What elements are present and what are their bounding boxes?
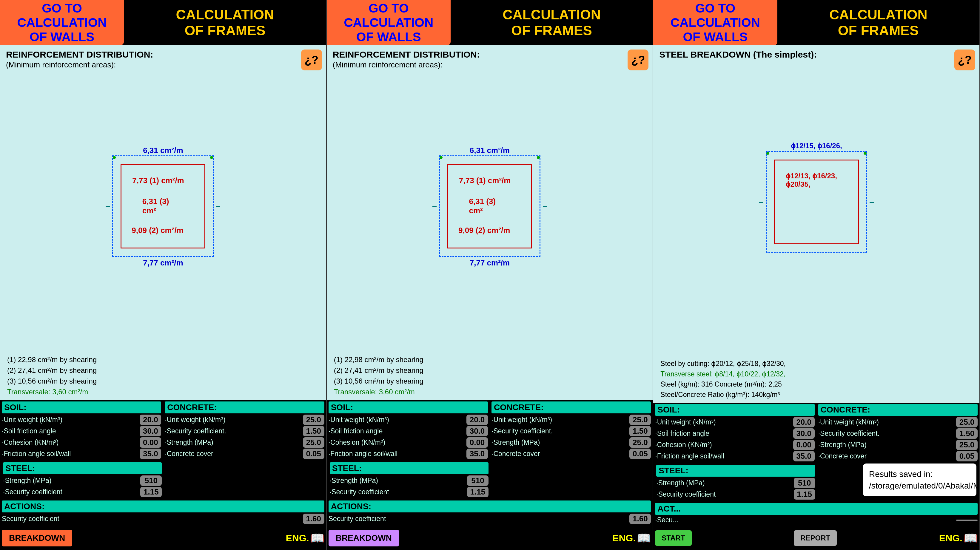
eng-label-2[interactable]: ENG. bbox=[612, 533, 636, 544]
steel-value-1-1[interactable]: 1.15 bbox=[140, 487, 162, 497]
steel-col-3: STEEL: ·Strength (MPa) 510 ·Security coe… bbox=[655, 464, 816, 502]
report-button-3[interactable]: REPORT bbox=[794, 530, 837, 546]
header-3: Go to CALCULATIONOF WALLS CALCULATIONOF … bbox=[653, 0, 979, 45]
soil-value-1-1[interactable]: 30.0 bbox=[140, 426, 161, 436]
soil-value-0-1[interactable]: 20.0 bbox=[140, 415, 161, 425]
breakdown-button-1[interactable]: BREAKDOWN bbox=[2, 530, 72, 547]
params-row-2: SOIL: ·Unit weight (kN/m³) 20.0 ·Soil fr… bbox=[327, 400, 653, 461]
header-1: Go to CALCULATIONOF WALLS CALCULATIONOF … bbox=[0, 0, 326, 45]
concrete-value-0-1[interactable]: 25.0 bbox=[303, 415, 325, 425]
panel-2: Go to CALCULATIONOF WALLS CALCULATIONOF … bbox=[327, 0, 654, 550]
soil-value-2-1[interactable]: 0.00 bbox=[140, 437, 161, 448]
goto-walls-btn-2[interactable]: Go to CALCULATIONOF WALLS bbox=[327, 0, 450, 45]
book-icon-2[interactable]: 📖 bbox=[637, 531, 651, 545]
goto-walls-label-1: Go to CALCULATIONOF WALLS bbox=[3, 1, 121, 45]
goto-walls-btn-3[interactable]: Go to CALCULATIONOF WALLS bbox=[653, 0, 777, 45]
calc-frames-label-1: CALCULATIONOF FRAMES bbox=[124, 0, 326, 45]
soil-value-2-2[interactable]: 0.00 bbox=[466, 437, 488, 448]
goto-walls-label-2: Go to CALCULATIONOF WALLS bbox=[330, 1, 448, 45]
concrete-value-3-3[interactable]: 0.05 bbox=[956, 451, 978, 461]
help-button-1[interactable]: ¿? bbox=[301, 49, 322, 70]
actions-param-0-1: Security coefficient 1.60 bbox=[2, 513, 325, 524]
actions-value-0-1[interactable]: 1.60 bbox=[303, 513, 325, 524]
soil-label-3-3: ·Friction angle soil/wall bbox=[655, 452, 793, 460]
soil-value-3-3[interactable]: 35.0 bbox=[793, 451, 815, 461]
steel-value-0-1[interactable]: 510 bbox=[140, 475, 162, 486]
label-inner-bottom-1: 9,09 (2) cm²/m bbox=[132, 226, 183, 235]
soil-value-2-3[interactable]: 0.00 bbox=[793, 440, 815, 450]
section-title-1: REINFORCEMENT DISTRIBUTION: bbox=[6, 49, 320, 60]
concrete-value-2-3[interactable]: 25.0 bbox=[956, 440, 978, 450]
steel-notes-3: Steel by cutting: ϕ20/12, ϕ25/18, ϕ32/30… bbox=[659, 359, 974, 400]
note-line-4: Transversale: 3,60 cm²/m bbox=[7, 386, 319, 397]
goto-walls-label-3: Go to CALCULATIONOF WALLS bbox=[656, 1, 774, 45]
actions-header-3: ACT... bbox=[655, 503, 978, 515]
soil-param-2-1: ·Cohesion (KN/m²) 0.00 bbox=[2, 437, 161, 448]
soil-label-0-2: ·Unit weight (kN/m³) bbox=[329, 416, 466, 424]
concrete-value-1-2[interactable]: 1.50 bbox=[629, 426, 651, 436]
notes-1: (1) 22,98 cm²/m by shearing (2) 27,41 cm… bbox=[6, 354, 320, 397]
concrete-value-1-1[interactable]: 1.50 bbox=[303, 426, 325, 436]
soil-value-1-2[interactable]: 30.0 bbox=[466, 426, 488, 436]
label-bottom-2: 7,77 cm²/m bbox=[470, 258, 510, 267]
soil-label-1-1: ·Soil friction angle bbox=[2, 427, 140, 435]
concrete-param-2-1: ·Strength (MPa) 25.0 bbox=[165, 437, 324, 448]
steel-label-0-3: ·Strength (MPa) bbox=[656, 479, 794, 487]
concrete-value-3-2[interactable]: 0.05 bbox=[629, 448, 651, 459]
soil-col-2: SOIL: ·Unit weight (kN/m³) 20.0 ·Soil fr… bbox=[327, 400, 490, 461]
book-icon-1[interactable]: 📖 bbox=[310, 531, 325, 545]
frame-inner-1: 7,73 (1) cm²/m 6,31 (3) cm² 9,09 (2) cm²… bbox=[121, 164, 205, 248]
help-button-2[interactable]: ¿? bbox=[628, 49, 649, 70]
soil-label-3-2: ·Friction angle soil/wall bbox=[329, 450, 466, 458]
steel-value-0-2[interactable]: 510 bbox=[467, 475, 488, 486]
actions-value-0-3[interactable] bbox=[956, 520, 978, 521]
params-row-3: SOIL: ·Unit weight (kN/m³) 20.0 ·Soil fr… bbox=[653, 403, 979, 464]
soil-value-0-2[interactable]: 20.0 bbox=[466, 415, 488, 425]
concrete-value-0-2[interactable]: 25.0 bbox=[629, 415, 651, 425]
concrete-col-3: CONCRETE: ·Unit weight (kN/m³) 25.0 ·Sec… bbox=[816, 403, 979, 464]
steel-param-1-1: ·Security coefficient 1.15 bbox=[3, 487, 162, 497]
note-line2-2: (2) 27,41 cm²/m by shearing bbox=[334, 365, 646, 376]
concrete-label-2-1: ·Strength (MPa) bbox=[165, 439, 302, 447]
steel-header-1: STEEL: bbox=[3, 462, 162, 474]
section-subtitle-1: (Minimum reinforcement areas): bbox=[6, 60, 320, 70]
steel-label-0-2: ·Strength (MPa) bbox=[330, 477, 467, 485]
tooltip-text: Results saved in:/storage/emulated/0/Aba… bbox=[869, 469, 980, 490]
soil-value-0-3[interactable]: 20.0 bbox=[793, 417, 815, 428]
steel-note-1: Steel by cutting: ϕ20/12, ϕ25/18, ϕ32/30… bbox=[660, 359, 972, 369]
goto-walls-btn-1[interactable]: Go to CALCULATIONOF WALLS bbox=[0, 0, 124, 45]
soil-value-1-3[interactable]: 30.0 bbox=[793, 428, 815, 439]
soil-header-3: SOIL: bbox=[655, 404, 815, 416]
soil-value-3-2[interactable]: 35.0 bbox=[466, 448, 488, 459]
actions-header-1: ACTIONS: bbox=[2, 501, 325, 512]
concrete-value-3-1[interactable]: 0.05 bbox=[303, 448, 325, 459]
start-button-3[interactable]: START bbox=[655, 530, 691, 546]
concrete-param-1-1: ·Security coefficient. 1.50 bbox=[165, 426, 324, 436]
note-line2-1: (1) 22,98 cm²/m by shearing bbox=[334, 354, 646, 365]
steel-value-0-3[interactable]: 510 bbox=[794, 478, 815, 488]
soil-col-1: SOIL: ·Unit weight (kN/m³) 20.0 ·Soil fr… bbox=[0, 400, 163, 461]
tick-right-1 bbox=[216, 206, 220, 207]
eng-label-3[interactable]: ENG. bbox=[939, 533, 963, 544]
frame-diagram-1: 7,73 (1) cm²/m 6,31 (3) cm² 9,09 (2) cm²… bbox=[112, 156, 214, 257]
concrete-value-1-3[interactable]: 1.50 bbox=[956, 428, 978, 439]
eng-label-1[interactable]: ENG. bbox=[286, 533, 309, 544]
calc-frames-text-3: CALCULATIONOF FRAMES bbox=[829, 7, 928, 38]
concrete-param-0-1: ·Unit weight (kN/m³) 25.0 bbox=[165, 415, 324, 425]
content-1: REINFORCEMENT DISTRIBUTION: (Minimum rei… bbox=[0, 45, 326, 400]
soil-label-2-1: ·Cohesion (KN/m²) bbox=[2, 439, 140, 447]
concrete-value-2-2[interactable]: 25.0 bbox=[629, 437, 651, 448]
actions-value-0-2[interactable]: 1.60 bbox=[629, 513, 651, 524]
steel-value-1-3[interactable]: 1.15 bbox=[794, 489, 815, 499]
soil-label-2-2: ·Cohesion (KN/m²) bbox=[329, 439, 466, 447]
concrete-value-0-3[interactable]: 25.0 bbox=[956, 417, 978, 428]
soil-value-3-1[interactable]: 35.0 bbox=[140, 448, 161, 459]
steel-value-1-2[interactable]: 1.15 bbox=[467, 487, 488, 497]
book-icon-3[interactable]: 📖 bbox=[964, 531, 978, 545]
concrete-value-2-1[interactable]: 25.0 bbox=[303, 437, 325, 448]
actions-row-1: ACTIONS: Security coefficient 1.60 bbox=[0, 499, 326, 526]
concrete-header-2: CONCRETE: bbox=[492, 401, 651, 413]
label-top-2: 6,31 cm²/m bbox=[470, 146, 510, 155]
breakdown-button-2[interactable]: BREAKDOWN bbox=[329, 530, 399, 547]
frame-inner-2: 7,73 (1) cm²/m 6,31 (3) cm² 9,09 (2) cm²… bbox=[447, 164, 532, 248]
